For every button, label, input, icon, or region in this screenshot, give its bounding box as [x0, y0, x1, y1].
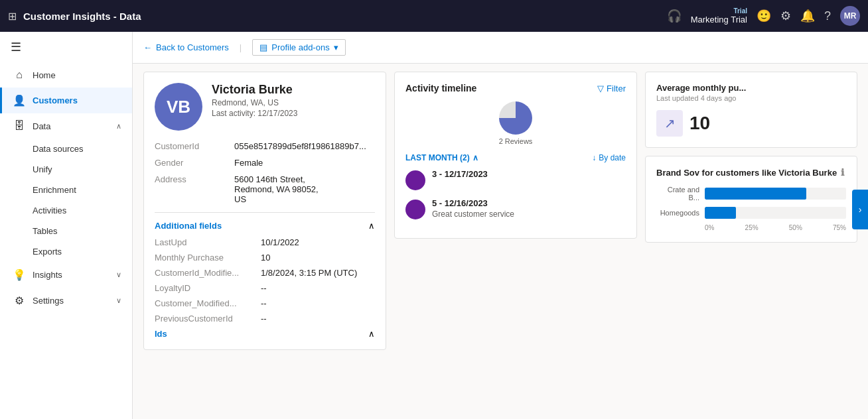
profile-header: VB Victoria Burke Redmond, WA, US Last a… [155, 83, 375, 131]
customer-last-activity: Last activity: 12/17/2023 [212, 109, 297, 118]
tables-label: Tables [33, 226, 58, 236]
additional-fields-label: Additional fields [155, 221, 222, 231]
axis-3: 75% [833, 224, 846, 231]
axis-1: 25% [745, 224, 759, 231]
field-value-customerid: 055e8517899d5ef8f19861889b7... [234, 141, 366, 151]
af-label-2: CustomerId_Modifie... [155, 268, 254, 278]
timeline-item-1: 5 - 12/16/2023 Great customer service [405, 198, 626, 219]
timeline-sort-button[interactable]: ↓ By date [592, 153, 626, 162]
data-sources-label: Data sources [33, 144, 84, 154]
reviews-circle: 2 Reviews [405, 101, 626, 145]
profile-addons-button[interactable]: ▤ Profile add-ons ▾ [252, 39, 345, 56]
customer-location: Redmond, WA, US [212, 98, 297, 107]
bar-row-0: Crate and B... [656, 186, 846, 202]
headset-icon[interactable]: 🎧 [667, 9, 682, 23]
settings-icon[interactable]: ⚙ [780, 9, 791, 23]
af-label-4: Customer_Modified... [155, 298, 254, 308]
bar-bg-1 [705, 207, 846, 219]
sidebar-item-data[interactable]: 🗄 Data ∧ [0, 113, 132, 139]
field-address: Address 5600 146th Street, Redmond, WA 9… [155, 174, 375, 204]
trend-up-icon: ↗ [664, 115, 676, 131]
trial-block: Trial Marketing Trial [691, 7, 747, 25]
additional-field-custidmod: CustomerId_Modifie... 1/8/2024, 3:15 PM … [155, 268, 375, 278]
panel-arrow-icon: › [859, 204, 862, 215]
trend-icon-box: ↗ [656, 110, 683, 137]
af-label-1: Monthly Purchase [155, 253, 254, 263]
filter-label: Filter [607, 84, 626, 93]
timeline-month-label[interactable]: LAST MONTH (2) ∧ [405, 153, 478, 162]
af-value-5: -- [261, 314, 267, 324]
bar-label-1: Homegoods [656, 209, 699, 217]
back-to-customers-button[interactable]: ← Back to Customers [143, 42, 229, 52]
grid-icon[interactable]: ⊞ [8, 10, 17, 23]
brand-chart: Crate and B... Homegoods 0 [656, 186, 846, 231]
field-label-gender: Gender [155, 158, 228, 168]
sidebar-item-enrichment[interactable]: Enrichment [0, 180, 132, 200]
additional-field-monthly: Monthly Purchase 10 [155, 253, 375, 263]
timeline-month-text: LAST MONTH (2) [405, 153, 470, 162]
sidebar-item-unify[interactable]: Unify [0, 159, 132, 180]
af-value-3: -- [261, 283, 267, 293]
axis-0: 0% [705, 224, 714, 231]
sidebar-item-home[interactable]: ⌂ Home [0, 62, 132, 88]
insights-column: Average monthly pu... Last updated 4 day… [645, 72, 857, 243]
content-area: ← Back to Customers | ▤ Profile add-ons … [133, 32, 868, 419]
af-label-3: LoyaltyID [155, 283, 254, 293]
app-title: Customer Insights - Data [23, 11, 660, 22]
hamburger-button[interactable]: ☰ [0, 32, 132, 62]
sidebar-item-settings[interactable]: ⚙ Settings ∨ [0, 288, 132, 314]
insights-expand-icon: ∨ [116, 270, 121, 279]
sidebar-item-insights[interactable]: 💡 Insights ∨ [0, 262, 132, 288]
exports-label: Exports [33, 247, 62, 257]
topbar-right: 🎧 Trial Marketing Trial 🙂 ⚙ 🔔 ? MR [667, 6, 860, 26]
profile-content: VB Victoria Burke Redmond, WA, US Last a… [133, 64, 868, 419]
ids-toggle[interactable]: Ids ∧ [155, 329, 375, 339]
info-icon[interactable]: ℹ [841, 167, 844, 178]
additional-fields-toggle[interactable]: Additional fields ∧ [155, 221, 375, 231]
help-icon[interactable]: ? [824, 9, 831, 23]
avg-value-row: ↗ 10 [656, 110, 846, 137]
additional-fields-chevron: ∧ [368, 221, 375, 231]
main-layout: ☰ ⌂ Home 👤 Customers 🗄 Data ∧ Data sourc… [0, 32, 868, 419]
activity-timeline-card: Activity timeline ▽ Filter 2 Reviews LAS… [394, 72, 637, 239]
af-label-5: PreviousCustomerId [155, 314, 254, 324]
bar-row-1: Homegoods [656, 207, 846, 219]
section-divider [155, 212, 375, 213]
trial-label: Trial [733, 7, 747, 15]
filter-icon: ▽ [597, 84, 604, 93]
af-value-0: 10/1/2022 [261, 237, 299, 247]
bar-fill-1 [705, 207, 736, 219]
user-avatar[interactable]: MR [840, 6, 860, 26]
additional-field-lastupd: LastUpd 10/1/2022 [155, 237, 375, 247]
ids-chevron: ∧ [368, 329, 375, 339]
breadcrumb-bar: ← Back to Customers | ▤ Profile add-ons … [133, 32, 868, 64]
timeline-rating-1: 5 - 12/16/2023 [432, 198, 626, 208]
profile-info: Victoria Burke Redmond, WA, US Last acti… [212, 83, 297, 118]
right-panel-icon[interactable]: › [852, 190, 868, 229]
filter-button[interactable]: ▽ Filter [597, 84, 626, 93]
emoji-icon[interactable]: 🙂 [757, 9, 771, 23]
timeline-info-0: 3 - 12/17/2023 [432, 169, 626, 179]
breadcrumb-divider: | [240, 42, 242, 52]
sidebar-item-customers[interactable]: 👤 Customers [0, 88, 132, 113]
bell-icon[interactable]: 🔔 [800, 9, 815, 23]
sidebar-item-exports[interactable]: Exports [0, 241, 132, 262]
field-customerid: CustomerId 055e8517899d5ef8f19861889b7..… [155, 141, 375, 151]
sidebar-label-insights: Insights [33, 270, 109, 280]
bar-axis: 0% 25% 50% 75% [705, 224, 846, 231]
sidebar-label-data: Data [33, 121, 109, 131]
sidebar-label-settings: Settings [33, 296, 109, 306]
field-value-gender: Female [234, 158, 263, 168]
axis-2: 50% [789, 224, 802, 231]
sidebar-item-tables[interactable]: Tables [0, 221, 132, 241]
data-expand-icon: ∧ [116, 122, 121, 131]
unify-label: Unify [33, 164, 52, 174]
insights-icon: 💡 [13, 269, 26, 281]
profile-addons-icon: ▤ [259, 42, 267, 52]
trial-name: Marketing Trial [691, 15, 747, 25]
field-value-address: 5600 146th Street, Redmond, WA 98052, US [234, 174, 319, 204]
sidebar-item-data-sources[interactable]: Data sources [0, 139, 132, 159]
activity-title: Activity timeline [405, 83, 476, 93]
af-label-0: LastUpd [155, 237, 254, 247]
sidebar-item-activities[interactable]: Activities [0, 200, 132, 221]
